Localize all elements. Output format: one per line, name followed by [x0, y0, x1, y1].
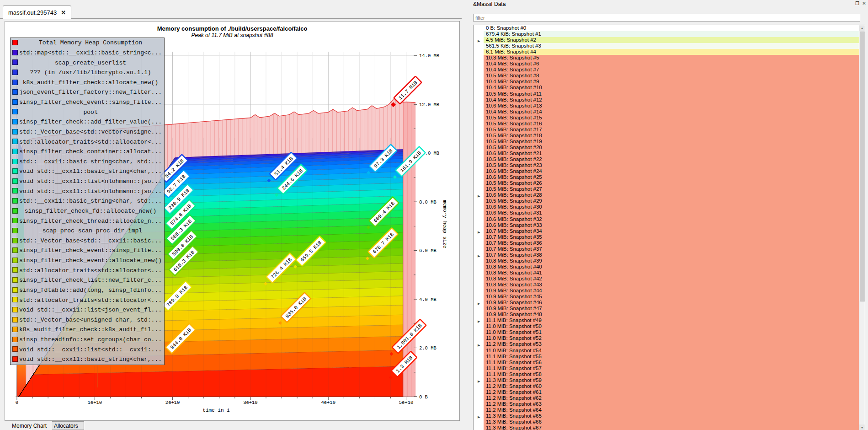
- snapshot-row[interactable]: 679.4 KiB: Snapshot #1: [474, 31, 865, 37]
- snapshot-row[interactable]: 10.5 MiB: Snapshot #27: [474, 186, 865, 192]
- snapshot-row[interactable]: 10.5 MiB: Snapshot #23: [474, 162, 865, 168]
- snapshot-row[interactable]: 10.8 MiB: Snapshot #42: [474, 276, 865, 282]
- snapshot-row[interactable]: ▶11.2 MiB: Snapshot #53: [474, 341, 865, 347]
- snapshot-row[interactable]: 10.5 MiB: Snapshot #8: [474, 73, 865, 79]
- snapshot-row[interactable]: ▶11.3 MiB: Snapshot #59: [474, 377, 865, 383]
- document-tab[interactable]: massif.out.295743 ✕: [3, 5, 71, 19]
- snapshot-row[interactable]: 10.6 MiB: Snapshot #13: [474, 103, 865, 109]
- snapshot-row[interactable]: 10.5 MiB: Snapshot #17: [474, 127, 865, 133]
- scroll-down-icon[interactable]: ▼: [859, 425, 865, 430]
- snapshot-row[interactable]: ▶4.5 MiB: Snapshot #2: [474, 37, 865, 43]
- snapshot-row[interactable]: 11.1 MiB: Snapshot #56: [474, 360, 865, 366]
- snapshot-row[interactable]: 10.9 MiB: Snapshot #47: [474, 306, 865, 312]
- snapshot-row[interactable]: 11.0 MiB: Snapshot #51: [474, 329, 865, 335]
- snapshot-row[interactable]: 11.2 MiB: Snapshot #64: [474, 407, 865, 413]
- snapshot-row[interactable]: 10.5 MiB: Snapshot #15: [474, 115, 865, 121]
- snapshot-row[interactable]: 10.5 MiB: Snapshot #16: [474, 121, 865, 127]
- snapshot-row[interactable]: 11.2 MiB: Snapshot #61: [474, 389, 865, 395]
- snapshot-row[interactable]: 10.6 MiB: Snapshot #30: [474, 204, 865, 210]
- snapshot-row[interactable]: 10.5 MiB: Snapshot #18: [474, 133, 865, 139]
- legend-label: ??? (in /usr/lib/libcrypto.so.1.1): [11, 69, 164, 76]
- snapshot-row[interactable]: 10.8 MiB: Snapshot #43: [474, 282, 865, 288]
- legend-row: void std::__cxx11::list<nlohmann::jso...: [11, 177, 164, 187]
- dock-close-button[interactable]: ✕: [861, 0, 867, 6]
- snapshot-row[interactable]: 11.2 MiB: Snapshot #60: [474, 383, 865, 389]
- snapshot-row[interactable]: 11.0 MiB: Snapshot #50: [474, 323, 865, 329]
- tab-close-icon[interactable]: ✕: [61, 9, 66, 16]
- snapshot-row[interactable]: ▶10.9 MiB: Snapshot #46: [474, 300, 865, 306]
- legend-row: sinsp_filter_check_list::new_filter_c...: [11, 275, 164, 285]
- snapshot-row[interactable]: 11.1 MiB: Snapshot #57: [474, 366, 865, 371]
- legend-row: void std::__cxx11::list<std::__cxx11:...: [11, 344, 164, 355]
- x-axis-label: time in i: [202, 408, 230, 413]
- snapshot-label: 10.6 MiB: Snapshot #21: [484, 150, 865, 156]
- svg-text:3e+10: 3e+10: [243, 400, 258, 405]
- snapshot-row[interactable]: 10.6 MiB: Snapshot #24: [474, 168, 865, 174]
- snapshot-row[interactable]: 10.9 MiB: Snapshot #45: [474, 294, 865, 300]
- snapshot-row[interactable]: 561.5 KiB: Snapshot #3: [474, 43, 865, 49]
- snapshot-label: 11.0 MiB: Snapshot #52: [484, 335, 865, 341]
- tab-allocators[interactable]: Allocators: [48, 421, 84, 430]
- snapshot-row[interactable]: 10.6 MiB: Snapshot #21: [474, 150, 865, 156]
- dock-float-button[interactable]: ❐: [854, 0, 860, 6]
- snapshot-row[interactable]: 10.4 MiB: Snapshot #6: [474, 61, 865, 67]
- snapshot-row[interactable]: 11.3 MiB: Snapshot #67: [474, 425, 865, 430]
- row-gutter: [474, 371, 484, 377]
- snapshot-row[interactable]: 10.7 MiB: Snapshot #35: [474, 234, 865, 240]
- snapshot-list[interactable]: 0 B: Snapshot #0679.4 KiB: Snapshot #1▶4…: [473, 25, 865, 430]
- snapshot-row[interactable]: 10.8 MiB: Snapshot #39: [474, 258, 865, 264]
- legend-row: pool: [11, 107, 164, 117]
- snapshot-row[interactable]: 10.3 MiB: Snapshot #5: [474, 55, 865, 61]
- snapshot-row[interactable]: 10.5 MiB: Snapshot #22: [474, 156, 865, 162]
- snapshot-label: 10.7 MiB: Snapshot #38: [484, 252, 865, 258]
- snapshot-row[interactable]: 10.8 MiB: Snapshot #40: [474, 264, 865, 270]
- snapshot-row[interactable]: 10.6 MiB: Snapshot #32: [474, 216, 865, 222]
- legend-row: std::_Vector_base<unsigned char, std:...: [11, 315, 164, 325]
- snapshot-row[interactable]: 10.4 MiB: Snapshot #7: [474, 67, 865, 73]
- tab-memory-chart[interactable]: Memory Chart: [6, 421, 52, 430]
- legend-swatch: [12, 307, 18, 312]
- snapshot-row[interactable]: 10.6 MiB: Snapshot #31: [474, 210, 865, 216]
- snapshot-row[interactable]: 10.4 MiB: Snapshot #9: [474, 79, 865, 85]
- snapshot-row[interactable]: 10.5 MiB: Snapshot #19: [474, 139, 865, 145]
- snapshot-row[interactable]: 10.7 MiB: Snapshot #37: [474, 246, 865, 252]
- filter-input[interactable]: [473, 14, 860, 22]
- snapshot-row[interactable]: 10.4 MiB: Snapshot #10: [474, 85, 865, 91]
- snapshot-row[interactable]: 10.7 MiB: Snapshot #36: [474, 240, 865, 246]
- snapshot-row[interactable]: 10.5 MiB: Snapshot #20: [474, 145, 865, 150]
- snapshot-row[interactable]: 11.3 MiB: Snapshot #66: [474, 419, 865, 425]
- snapshot-row[interactable]: 10.4 MiB: Snapshot #12: [474, 97, 865, 103]
- snapshot-label: 11.1 MiB: Snapshot #56: [484, 360, 865, 366]
- snapshot-row[interactable]: ▶10.6 MiB: Snapshot #28: [474, 192, 865, 198]
- snapshot-row[interactable]: 11.2 MiB: Snapshot #63: [474, 401, 865, 407]
- legend-row: k8s_audit_filter_check::k8s_audit_fil...: [11, 325, 164, 335]
- snapshot-row[interactable]: 6.1 MiB: Snapshot #4: [474, 49, 865, 55]
- snapshot-row[interactable]: 11.0 MiB: Snapshot #52: [474, 335, 865, 341]
- snapshot-row[interactable]: 11.0 MiB: Snapshot #54: [474, 348, 865, 354]
- snapshot-row[interactable]: 10.9 MiB: Snapshot #44: [474, 288, 865, 294]
- snapshot-row[interactable]: ▶10.7 MiB: Snapshot #38: [474, 252, 865, 258]
- document-tab-label: massif.out.295743: [8, 9, 57, 16]
- snapshot-row[interactable]: 10.5 MiB: Snapshot #26: [474, 180, 865, 186]
- snapshot-row[interactable]: 11.1 MiB: Snapshot #58: [474, 371, 865, 377]
- snapshot-row[interactable]: 11.1 MiB: Snapshot #55: [474, 354, 865, 360]
- snapshot-row[interactable]: 10.4 MiB: Snapshot #14: [474, 109, 865, 115]
- row-gutter: [474, 294, 484, 300]
- snapshot-row[interactable]: 10.6 MiB: Snapshot #25: [474, 174, 865, 180]
- snapshot-label: 11.1 MiB: Snapshot #49: [484, 317, 865, 323]
- snapshot-row[interactable]: 10.6 MiB: Snapshot #33: [474, 222, 865, 228]
- snapshot-row[interactable]: 0 B: Snapshot #0: [474, 25, 865, 31]
- legend-label: sinsp_filter_check_container::allocat...: [11, 148, 164, 155]
- scroll-up-icon[interactable]: ▲: [859, 25, 865, 31]
- snapshot-row[interactable]: 11.2 MiB: Snapshot #62: [474, 395, 865, 401]
- snapshot-row[interactable]: 10.8 MiB: Snapshot #41: [474, 270, 865, 276]
- snapshot-row[interactable]: ▶10.7 MiB: Snapshot #34: [474, 228, 865, 234]
- snapshot-row[interactable]: 10.5 MiB: Snapshot #29: [474, 198, 865, 204]
- snapshot-row[interactable]: ▶11.1 MiB: Snapshot #49: [474, 317, 865, 323]
- snapshot-row[interactable]: 10.5 MiB: Snapshot #11: [474, 91, 865, 97]
- snapshot-row[interactable]: 10.9 MiB: Snapshot #48: [474, 312, 865, 317]
- scrollbar[interactable]: ▲ ▼: [859, 25, 865, 430]
- snapshot-label: 0 B: Snapshot #0: [484, 25, 865, 31]
- snapshot-row[interactable]: ▶11.3 MiB: Snapshot #65: [474, 413, 865, 419]
- scrollbar-thumb[interactable]: [860, 32, 865, 301]
